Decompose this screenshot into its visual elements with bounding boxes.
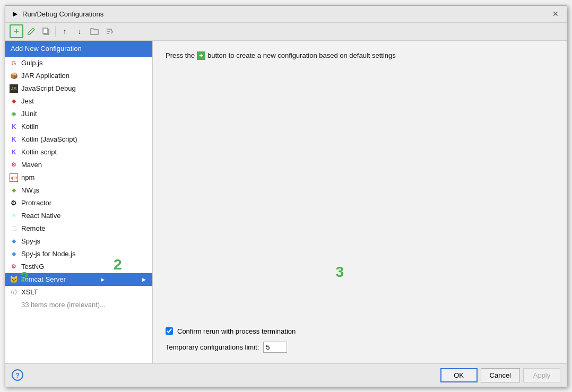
npm-icon: npm [10,173,18,182]
tomcat-icon: 🐱 [10,275,18,284]
kotlin-js-icon: K [10,135,18,144]
hint-suffix: button to create a new configuration bas… [207,51,396,59]
kotlin-script-icon: K [10,148,18,156]
protractor-icon: ⚙ [10,199,18,207]
list-item-xslt[interactable]: ⟨/⟩ XSLT [5,286,152,299]
list-item-remote[interactable]: ⬚ Remote [5,222,152,235]
close-button[interactable]: ✕ [550,8,561,20]
edit-button[interactable] [24,24,38,38]
arrow-icon: ▶ [101,277,107,282]
list-item-kotlin[interactable]: K Kotlin [5,120,152,133]
title-bar: ▶ Run/Debug Configurations ✕ [5,6,567,23]
ok-button[interactable]: OK [440,368,478,382]
item-label-react-native: React Native [21,212,60,220]
edit-icon [27,27,36,36]
item-label-spy-js-node: Spy-js for Node.js [21,250,76,258]
main-content: Add New Configuration G Gulp.js 📦 JAR Ap… [5,41,567,363]
list-item-js-debug[interactable]: JS JavaScript Debug [5,82,152,95]
item-label-gulp: Gulp.js [21,59,42,67]
move-down-button[interactable]: ↓ [73,24,86,38]
plus-icon: + [197,51,205,60]
item-label-maven: Maven [21,161,42,169]
spy-js-icon: ◆ [10,237,18,246]
list-item-npm[interactable]: npm npm [5,171,152,184]
list-item-jest[interactable]: ◆ Jest [5,95,152,108]
run-debug-dialog: ▶ Run/Debug Configurations ✕ + ↑ ↓ [5,5,567,387]
item-label-npm: npm [21,173,34,181]
xslt-icon: ⟨/⟩ [10,288,18,297]
list-item-jar[interactable]: 📦 JAR Application [5,69,152,82]
copy-icon [42,27,50,36]
junit-icon: ◉ [10,110,18,118]
temp-limit-label: Temporary configurations limit: [166,343,259,351]
item-label-jar: JAR Application [21,72,70,80]
dialog-icon: ▶ [11,10,19,18]
add-configuration-button[interactable]: + [10,24,23,38]
kotlin-icon: K [10,123,18,131]
step2-overlay: 2 [114,256,122,273]
folder-button[interactable] [88,24,101,38]
list-item-spy-js[interactable]: ◆ Spy-js [5,235,152,248]
item-label-junit: JUnit [21,110,37,118]
list-item-gulp[interactable]: G Gulp.js [5,57,152,69]
dialog-title: Run/Debug Configurations [22,10,103,18]
footer-buttons: OK Cancel Apply [440,368,560,382]
rerun-checkbox-row: Confirm rerun with process termination [166,327,554,335]
remote-icon: ⬚ [10,224,18,233]
bottom-area [166,71,554,317]
rerun-checkbox[interactable] [166,327,173,335]
maven-icon: ⚙ [10,161,18,169]
toolbar: + ↑ ↓ [5,23,567,41]
list-item-testng[interactable]: ⚙ TestNG [5,260,152,273]
item-label-more: 33 items more (irrelevant)... [21,301,106,309]
rerun-label: Confirm rerun with process termination [177,327,296,335]
item-label-xslt: XSLT [21,288,38,296]
config-list[interactable]: G Gulp.js 📦 JAR Application JS JavaScrip… [5,57,152,363]
list-item-junit[interactable]: ◉ JUnit [5,108,152,120]
item-label-kotlin-js: Kotlin (JavaScript) [21,135,77,143]
item-label-js-debug: JavaScript Debug [21,84,76,92]
copy-button[interactable] [39,24,53,38]
hint-area: Press the + button to create a new confi… [166,51,554,60]
spy-js-node-icon: ◆ [10,250,18,258]
cancel-button[interactable]: Cancel [481,368,520,382]
sort-icon [105,27,114,36]
item-label-jest: Jest [21,97,34,105]
js-debug-icon: JS [10,84,18,93]
react-native-icon: ⚛ [10,212,18,220]
apply-button[interactable]: Apply [523,368,560,382]
hint-prefix: Press the [166,51,195,59]
item-label-nwjs: NW.js [21,186,39,194]
svg-rect-1 [43,28,48,33]
item-label-protractor: Protractor [21,199,51,207]
list-item-spy-js-node[interactable]: ◆ Spy-js for Node.js [5,248,152,260]
list-item-react-native[interactable]: ⚛ React Native [5,210,152,222]
list-item-more[interactable]: 33 items more (irrelevant)... [5,299,152,311]
list-item-kotlin-js[interactable]: K Kotlin (JavaScript) [5,133,152,146]
toolbar-separator [55,26,56,37]
item-label-kotlin: Kotlin [21,123,39,130]
jest-icon: ◆ [10,97,18,106]
item-label-remote: Remote [21,224,46,232]
item-label-testng: TestNG [21,263,44,271]
nwjs-icon: ◆ [10,186,18,195]
right-panel: Press the + button to create a new confi… [153,41,567,363]
settings-area: Confirm rerun with process termination T… [166,327,554,353]
temp-limit-input[interactable] [263,342,287,353]
gulp-icon: G [10,59,18,67]
list-item-maven[interactable]: ⚙ Maven [5,159,152,171]
list-item-protractor[interactable]: ⚙ Protractor [5,197,152,210]
list-item-tomcat[interactable]: 🐱 Tomcat Server ▶ [5,273,152,286]
folder-icon [90,27,99,36]
add-new-header: Add New Configuration [5,41,152,57]
temp-limit-row: Temporary configurations limit: [166,342,554,353]
footer: ? OK Cancel Apply [5,363,567,387]
more-icon [10,301,18,309]
list-item-nwjs[interactable]: ◆ NW.js [5,184,152,197]
help-button[interactable]: ? [12,369,23,381]
move-up-button[interactable]: ↑ [58,24,72,38]
list-item-kotlin-script[interactable]: K Kotlin script [5,146,152,159]
item-label-tomcat: Tomcat Server [21,275,66,283]
sort-button[interactable] [102,24,116,38]
left-panel: Add New Configuration G Gulp.js 📦 JAR Ap… [5,41,153,363]
